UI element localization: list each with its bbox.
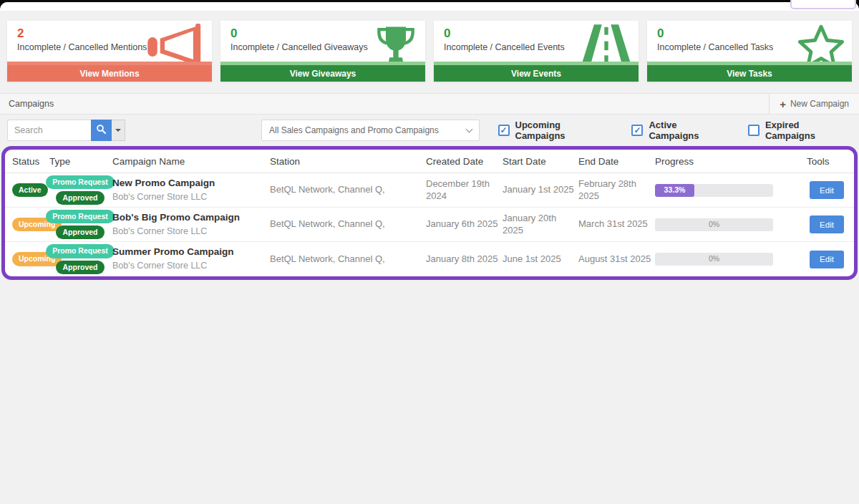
dashboard-page: 2 Incomplete / Cancelled Mentions View M… — [0, 2, 859, 504]
search-button[interactable] — [91, 120, 112, 141]
edit-button[interactable]: Edit — [810, 251, 844, 268]
progress-zero-label: 0% — [655, 218, 773, 231]
card-view-button[interactable]: View Giveaways — [220, 65, 425, 82]
plus-icon: + — [780, 99, 786, 110]
column-header-end-date: End Date — [577, 156, 654, 167]
browser-popup-fragment — [790, 0, 856, 9]
card-label: Incomplete / Cancelled Tasks — [657, 42, 842, 52]
new-campaign-label: New Campaign — [790, 99, 849, 109]
stat-cards: 2 Incomplete / Cancelled Mentions View M… — [0, 21, 859, 82]
type-badges: Promo RequestApproved — [48, 244, 111, 273]
end-date-cell: August 31st 2025 — [577, 253, 654, 265]
campaign-checkboxes: ✓ Upcoming Campaigns ✓ Active Campaigns … — [480, 120, 852, 141]
checkbox-icon — [748, 125, 759, 136]
progress-zero-label: 0% — [655, 253, 773, 266]
column-header-station: Station — [268, 156, 424, 167]
checkbox-label: Upcoming Campaigns — [515, 120, 613, 141]
column-header-type: Type — [48, 156, 111, 167]
type-badge: Approved — [56, 226, 104, 239]
filter-checkbox-expired-campaigns[interactable]: Expired Campaigns — [748, 120, 852, 141]
card-label: Incomplete / Cancelled Mentions — [17, 42, 202, 52]
type-badge: Approved — [56, 191, 104, 205]
column-header-status: Status — [5, 156, 48, 167]
search-options-toggle[interactable] — [112, 120, 125, 141]
created-date-cell: December 19th 2024 — [424, 178, 501, 202]
start-date-cell: June 1st 2025 — [501, 253, 577, 265]
filter-checkbox-active-campaigns[interactable]: ✓ Active Campaigns — [631, 120, 729, 141]
card-view-button[interactable]: View Tasks — [647, 65, 852, 82]
card-label: Incomplete / Cancelled Events — [444, 42, 629, 52]
chevron-down-icon — [465, 125, 472, 132]
table-body: Active Promo RequestApproved New Promo C… — [5, 173, 854, 276]
app-screen: 2 Incomplete / Cancelled Mentions View M… — [0, 0, 859, 504]
card-view-button[interactable]: View Events — [434, 65, 639, 82]
progress-bar: 0% — [655, 253, 773, 266]
table-row: Upcoming Promo RequestApproved Summer Pr… — [5, 242, 854, 276]
status-badge: Active — [12, 183, 48, 197]
filter-checkbox-upcoming-campaigns[interactable]: ✓ Upcoming Campaigns — [498, 120, 613, 141]
edit-button[interactable]: Edit — [810, 215, 844, 233]
created-date-cell: January 8th 2025 — [424, 253, 501, 265]
campaign-filter-select[interactable]: All Sales Campaigns and Promo Campaigns — [261, 120, 480, 141]
station-cell: BetQL Network, Channel Q, — [268, 253, 424, 265]
table-row: Upcoming Promo RequestApproved Bob's Big… — [5, 208, 854, 242]
campaign-client: Bob's Corner Store LLC — [112, 261, 268, 272]
column-header-tools: Tools — [805, 156, 854, 167]
caret-down-icon — [115, 129, 121, 132]
column-header-campaign-name: Campaign Name — [111, 156, 268, 167]
card-label: Incomplete / Cancelled Giveaways — [230, 42, 415, 52]
type-badges: Promo RequestApproved — [48, 175, 111, 205]
checkbox-icon: ✓ — [631, 125, 643, 136]
end-date-cell: February 28th 2025 — [577, 178, 654, 202]
type-badge: Promo Request — [46, 175, 115, 189]
stat-card: 0 Incomplete / Cancelled Events View Eve… — [434, 21, 639, 82]
stat-card: 0 Incomplete / Cancelled Giveaways View … — [220, 21, 425, 82]
search-icon — [96, 124, 107, 137]
campaign-name: Bob's Big Promo Campaign — [112, 212, 268, 224]
type-badge: Promo Request — [46, 210, 115, 223]
type-badges: Promo RequestApproved — [48, 210, 111, 239]
progress-fill: 33.3% — [655, 184, 694, 197]
campaign-name: New Promo Campaign — [112, 178, 268, 190]
campaign-filter-value: All Sales Campaigns and Promo Campaigns — [269, 125, 439, 135]
stat-card: 2 Incomplete / Cancelled Mentions View M… — [7, 21, 212, 82]
start-date-cell: January 20th 2025 — [501, 213, 577, 236]
checkbox-label: Expired Campaigns — [765, 120, 852, 141]
campaign-client: Bob's Corner Store LLC — [112, 226, 268, 238]
panel-title: Campaigns — [0, 99, 54, 109]
end-date-cell: March 31st 2025 — [577, 218, 654, 230]
station-cell: BetQL Network, Channel Q, — [268, 218, 424, 230]
start-date-cell: January 1st 2025 — [501, 184, 577, 195]
column-header-start-date: Start Date — [501, 156, 577, 167]
campaigns-panel-header: Campaigns + New Campaign — [0, 93, 859, 115]
search-group — [7, 120, 125, 141]
created-date-cell: January 6th 2025 — [424, 218, 501, 230]
checkbox-icon: ✓ — [498, 125, 510, 136]
edit-button[interactable]: Edit — [810, 181, 844, 199]
new-campaign-button[interactable]: + New Campaign — [769, 94, 859, 114]
stat-card: 0 Incomplete / Cancelled Tasks View Task… — [647, 21, 852, 82]
progress-bar: 0% — [655, 218, 773, 231]
column-header-progress: Progress — [654, 156, 805, 167]
checkbox-label: Active Campaigns — [649, 120, 729, 141]
campaign-name: Summer Promo Campaign — [112, 246, 268, 258]
table-header-row: StatusTypeCampaign NameStationCreated Da… — [5, 150, 854, 173]
station-cell: BetQL Network, Channel Q, — [268, 184, 424, 195]
campaign-client: Bob's Corner Store LLC — [112, 192, 268, 203]
table-row: Active Promo RequestApproved New Promo C… — [5, 173, 854, 208]
column-header-created-date: Created Date — [424, 156, 501, 167]
search-input[interactable] — [7, 120, 91, 141]
type-badge: Approved — [56, 261, 104, 274]
page-top-strip — [0, 2, 859, 11]
card-view-button[interactable]: View Mentions — [7, 65, 212, 82]
type-badge: Promo Request — [46, 244, 115, 258]
filter-row: All Sales Campaigns and Promo Campaigns … — [0, 115, 859, 146]
progress-bar: 33.3% — [655, 184, 773, 197]
campaigns-table-annotation-highlight: StatusTypeCampaign NameStationCreated Da… — [1, 146, 858, 280]
